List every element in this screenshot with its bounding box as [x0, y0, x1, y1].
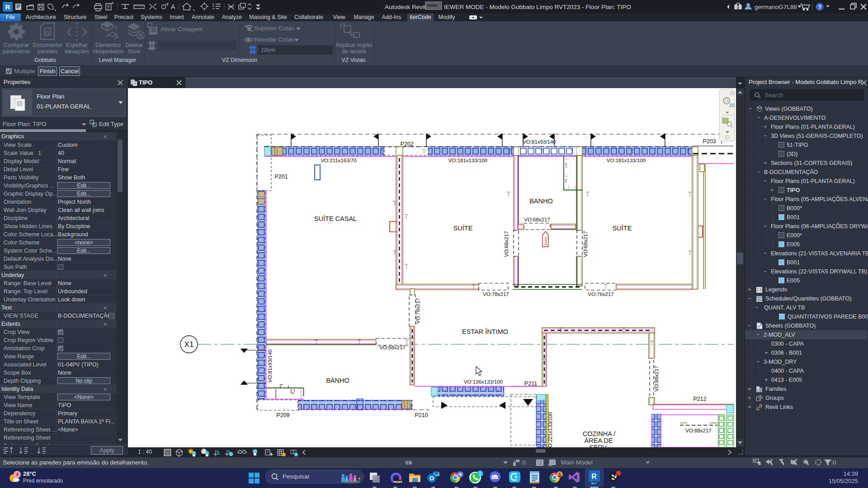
svg-text:VO:68x217: VO:68x217	[524, 217, 550, 222]
svg-text:Ativar Cotagem: Ativar Cotagem	[160, 26, 203, 33]
svg-text:RVT: RVT	[591, 482, 597, 485]
svg-text:R: R	[591, 473, 597, 480]
svg-text:A: A	[171, 3, 175, 10]
svg-text:SERV.: SERV.	[589, 444, 608, 447]
svg-text:BANHO: BANHO	[326, 377, 349, 384]
svg-text:VO:76x217: VO:76x217	[588, 291, 614, 297]
svg-text:VO:81x93/140: VO:81x93/140	[267, 349, 273, 383]
svg-text:Reexibir Cotas: Reexibir Cotas	[254, 36, 294, 43]
svg-text:ESTAR ÍNTIMO: ESTAR ÍNTIMO	[462, 328, 508, 335]
svg-text:COZINHA /: COZINHA /	[583, 430, 616, 437]
svg-text:P202: P202	[400, 141, 413, 147]
svg-text:R: R	[5, 3, 10, 11]
svg-text:P203: P203	[703, 138, 716, 145]
svg-text:P211: P211	[524, 380, 537, 387]
svg-text:VO:81x93/140: VO:81x93/140	[523, 139, 556, 145]
svg-text:P210: P210	[415, 412, 428, 418]
svg-text:SUÍTE: SUÍTE	[613, 225, 632, 232]
svg-text:VO:68x217: VO:68x217	[583, 231, 588, 257]
svg-text:ÁREA DE: ÁREA DE	[585, 437, 613, 444]
svg-text:VO:68x217: VO:68x217	[379, 345, 406, 350]
svg-text:4: 4	[16, 472, 19, 477]
svg-text:VO:68x217: VO:68x217	[504, 231, 509, 257]
svg-text:VO:78x217: VO:78x217	[415, 298, 420, 324]
svg-text:VO:78x217: VO:78x217	[483, 291, 509, 297]
svg-text:2D: 2D	[729, 103, 735, 108]
svg-text:P209: P209	[276, 412, 289, 418]
svg-text:BANHO: BANHO	[529, 197, 553, 205]
svg-text:VO:181x133/100: VO:181x133/100	[448, 158, 487, 163]
svg-text:VO:211x163/70: VO:211x163/70	[321, 158, 356, 163]
svg-text:P212: P212	[693, 396, 706, 402]
svg-text:M365: M365	[394, 480, 402, 484]
svg-text:VO:136x133/100: VO:136x133/100	[464, 379, 503, 385]
svg-text:Suprimir Cotas: Suprimir Cotas	[254, 25, 295, 32]
svg-text:VO:181x133/100: VO:181x133/100	[607, 158, 646, 163]
svg-text:VO:88x217: VO:88x217	[685, 428, 712, 433]
svg-text:VO:88x217: VO:88x217	[654, 366, 659, 392]
svg-text:?: ?	[818, 4, 821, 10]
svg-text:SUÍTE: SUÍTE	[453, 225, 473, 232]
svg-text:germanoG7L88: germanoG7L88	[755, 4, 797, 10]
svg-text:VO:221x133/100: VO:221x133/100	[547, 412, 553, 447]
svg-text:X1: X1	[184, 340, 194, 349]
svg-text:IEWER MODE - Modelo Gobbato Li: IEWER MODE - Modelo Gobbato Limpo RVT202…	[444, 4, 631, 10]
svg-text:1: 1	[479, 471, 481, 476]
svg-text:O: O	[429, 475, 434, 482]
svg-text:10cm: 10cm	[261, 47, 275, 53]
svg-text:SUÍTE CASAL: SUÍTE CASAL	[314, 215, 357, 222]
svg-text:E005: E005	[544, 237, 548, 245]
svg-text:P201: P201	[274, 174, 288, 180]
